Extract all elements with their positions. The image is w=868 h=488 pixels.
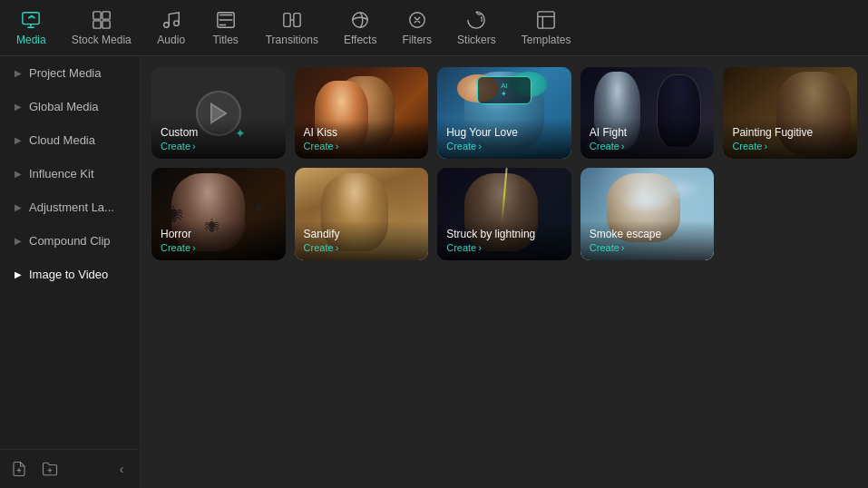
sidebar-label-image-to-video: Image to Video [29,268,108,281]
nav-label-stickers: Stickers [457,34,496,46]
card-title-ai-kiss: AI Kiss [304,126,420,139]
svg-point-6 [173,20,179,24]
nav-item-filters[interactable]: Filters [389,4,444,53]
chevron-icon: ▶ [15,102,22,112]
nav-label-templates: Templates [522,34,571,46]
nav-label-stock-media: Stock Media [72,34,132,46]
card-custom[interactable]: ✦ Custom Create [151,67,286,159]
sidebar-item-project-media[interactable]: ▶ Project Media [4,57,136,89]
sidebar-bottom: ‹ [0,449,140,488]
card-overlay-custom: Custom Create [151,119,286,159]
chevron-icon: ▶ [15,269,22,279]
sidebar-label-influence-kit: Influence Kit [29,167,94,181]
card-create-hug-your-love[interactable]: Create [446,141,562,151]
chevron-icon: ▶ [15,68,22,78]
card-title-smoke-escape: Smoke escape [590,228,706,240]
sidebar-item-global-media[interactable]: ▶ Global Media [4,91,136,122]
nav-item-titles[interactable]: Titles [199,4,253,53]
nav-item-templates[interactable]: Templates [509,4,584,53]
add-folder-button[interactable] [38,457,62,481]
sidebar-label-compound-clip: Compound Clip [29,234,111,248]
card-ai-fight[interactable]: AI Fight Create [580,67,715,159]
svg-rect-4 [102,20,110,27]
nav-item-transitions[interactable]: Transitions [253,4,331,53]
top-navigation: Media Stock Media Audio Titles Transitio… [0,0,868,56]
card-title-struck-by-lightning: Struck by lightning [446,228,562,240]
card-painting-fugitive[interactable]: Painting Fugitive Create [723,67,857,159]
card-overlay-ai-kiss: AI Kiss Create [295,119,429,159]
card-struck-by-lightning[interactable]: Struck by lightning Create [437,168,571,259]
card-create-painting-fugitive[interactable]: Create [732,141,848,151]
sidebar-label-adjustment-la: Adjustment La... [29,200,114,214]
svg-point-5 [163,22,169,27]
nav-label-transitions: Transitions [266,34,318,46]
card-overlay-smoke-escape: Smoke escape Create [580,220,715,260]
card-overlay-ai-fight: AI Fight Create [580,119,715,159]
filters-icon [407,10,427,30]
card-overlay-hug-your-love: Hug Your Love Create [437,119,571,159]
nav-label-titles: Titles [213,34,239,46]
card-ai-kiss[interactable]: AI Kiss Create [295,67,429,159]
sidebar-item-image-to-video[interactable]: ▶ Image to Video [4,259,136,290]
card-overlay-painting-fugitive: Painting Fugitive Create [723,119,857,159]
media-icon [21,10,41,30]
card-create-sandify[interactable]: Create [304,242,420,253]
svg-rect-9 [294,13,300,26]
card-title-custom: Custom [161,126,277,139]
chevron-icon: ▶ [15,202,22,212]
card-create-ai-fight[interactable]: Create [590,141,706,151]
svg-rect-2 [102,11,110,18]
card-create-ai-kiss[interactable]: Create [304,141,420,151]
sidebar-item-cloud-media[interactable]: ▶ Cloud Media [4,124,136,156]
card-create-horror[interactable]: Create [161,242,277,253]
card-create-struck-by-lightning[interactable]: Create [446,242,562,253]
card-create-smoke-escape[interactable]: Create [590,242,706,253]
sidebar-label-cloud-media: Cloud Media [29,133,95,147]
add-file-button[interactable] [7,457,31,481]
card-horror[interactable]: 🕷 🕷 🕷 Horror Create [151,168,286,259]
chevron-icon: ▶ [15,135,22,145]
card-title-hug-your-love: Hug Your Love [446,126,562,139]
card-smoke-escape[interactable]: Smoke escape Create [580,168,715,259]
svg-rect-12 [538,11,554,27]
cards-grid: ✦ Custom Create AI Kiss Create [151,67,857,260]
svg-point-10 [353,12,368,27]
nav-label-effects: Effects [344,34,376,46]
card-title-painting-fugitive: Painting Fugitive [732,126,848,139]
transitions-icon [282,10,302,30]
content-area: ✦ Custom Create AI Kiss Create [141,56,868,488]
nav-label-media: Media [16,34,46,46]
nav-label-filters: Filters [402,34,432,46]
sidebar-label-project-media: Project Media [29,66,101,80]
audio-icon [161,10,181,30]
effects-icon [350,10,370,30]
svg-rect-3 [93,20,101,27]
card-create-custom[interactable]: Create [161,141,277,151]
card-title-sandify: Sandify [304,228,420,240]
sidebar-collapse-button[interactable]: ‹ [111,458,132,480]
card-overlay-struck-by-lightning: Struck by lightning Create [437,220,571,260]
main-layout: ▶ Project Media ▶ Global Media ▶ Cloud M… [0,56,868,488]
nav-item-media[interactable]: Media [4,4,59,53]
chevron-icon: ▶ [15,236,22,246]
stickers-icon [466,10,486,30]
nav-item-stickers[interactable]: Stickers [444,4,509,53]
card-hug-your-love[interactable]: AI✦ Hug Your Love Create [437,67,571,159]
sidebar-item-adjustment-la[interactable]: ▶ Adjustment La... [4,191,136,223]
nav-label-audio: Audio [157,34,185,46]
titles-icon [216,10,236,30]
nav-item-stock-media[interactable]: Stock Media [59,4,144,53]
card-title-ai-fight: AI Fight [590,126,706,139]
card-overlay-sandify: Sandify Create [295,220,429,260]
sidebar-item-compound-clip[interactable]: ▶ Compound Clip [4,225,136,257]
svg-rect-8 [284,13,290,26]
sidebar-label-global-media: Global Media [29,100,99,113]
svg-rect-1 [93,11,101,18]
nav-item-effects[interactable]: Effects [331,4,389,53]
card-sandify[interactable]: Sandify Create [295,168,429,259]
stock-media-icon [92,10,112,30]
sidebar-item-influence-kit[interactable]: ▶ Influence Kit [4,158,136,190]
nav-item-audio[interactable]: Audio [144,4,199,53]
templates-icon [536,10,556,30]
chevron-icon: ▶ [15,169,22,179]
